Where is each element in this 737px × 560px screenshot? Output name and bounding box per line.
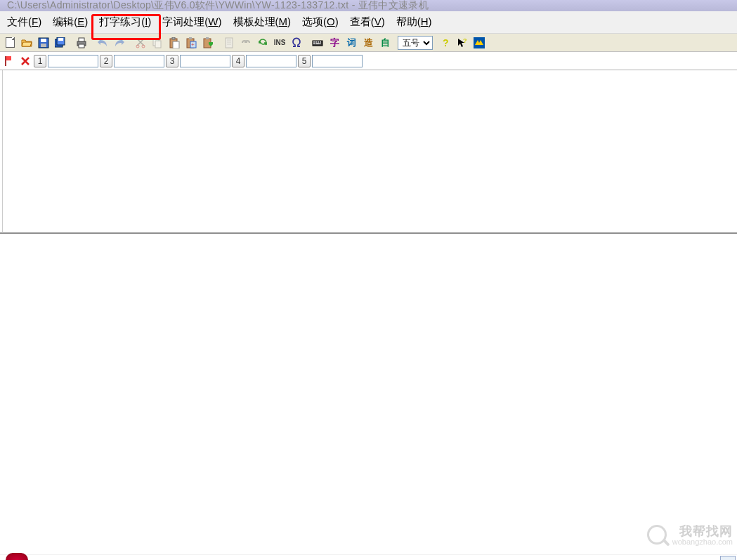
open-folder-icon xyxy=(21,37,32,48)
ins-text-icon: INS xyxy=(274,39,286,46)
candidate-2-badge[interactable]: 2 xyxy=(100,55,112,67)
copy-icon xyxy=(152,37,163,48)
svg-rect-29 xyxy=(318,41,319,43)
undo-button[interactable] xyxy=(94,35,111,51)
menu-options[interactable]: 选项(O) xyxy=(296,13,344,32)
candidate-4-input[interactable] xyxy=(246,55,296,67)
pointer-help-icon: ? xyxy=(457,37,468,48)
svg-rect-2 xyxy=(41,44,46,47)
taskbar-app-peek xyxy=(6,553,28,560)
svg-rect-32 xyxy=(315,43,320,44)
candidate-3-badge[interactable]: 3 xyxy=(166,55,178,67)
character-button[interactable]: 字 xyxy=(326,35,343,51)
svg-rect-38 xyxy=(5,56,6,66)
close-icon xyxy=(20,56,30,66)
scissors-icon xyxy=(135,37,146,48)
chain-link-icon xyxy=(240,37,252,48)
svg-rect-14 xyxy=(172,37,175,39)
svg-text:+: + xyxy=(191,41,195,48)
save-all-button[interactable] xyxy=(52,35,69,51)
svg-rect-31 xyxy=(313,43,315,44)
redo-button[interactable] xyxy=(111,35,128,51)
ci-icon: 词 xyxy=(347,37,356,49)
svg-rect-1 xyxy=(41,39,46,42)
candidate-2-input[interactable] xyxy=(114,55,164,67)
zao-icon: 造 xyxy=(364,37,373,49)
cut-button[interactable] xyxy=(132,35,149,51)
candidate-1-badge[interactable]: 1 xyxy=(34,55,46,67)
document-icon xyxy=(223,37,235,48)
svg-rect-22 xyxy=(226,38,233,48)
refresh-button[interactable] xyxy=(254,35,271,51)
save-button[interactable] xyxy=(35,35,52,51)
svg-rect-5 xyxy=(58,38,63,41)
candidate-5-badge[interactable]: 5 xyxy=(298,55,311,67)
paste-append-button[interactable] xyxy=(200,35,216,51)
candidate-1-input[interactable] xyxy=(48,55,98,67)
candidate-4-badge[interactable]: 4 xyxy=(232,55,244,67)
menu-typing-practice[interactable]: 打字练习(I) xyxy=(93,13,157,32)
menu-bar: 文件(F) 编辑(E) 打字练习(I) 字词处理(W) 模板处理(M) 选项(O… xyxy=(0,11,737,34)
word-button[interactable]: 词 xyxy=(343,35,360,51)
save-icon xyxy=(38,37,49,48)
insert-mode-button[interactable]: INS xyxy=(271,35,288,51)
keyboard-icon xyxy=(312,37,323,48)
candidate-3-input[interactable] xyxy=(180,55,230,67)
help-icon: ? xyxy=(440,37,451,48)
new-button[interactable] xyxy=(1,35,18,51)
zi-icon: 字 xyxy=(330,37,339,49)
save-all-icon xyxy=(55,37,66,48)
status-bar xyxy=(0,554,737,560)
upper-editor-pane[interactable] xyxy=(0,70,737,234)
svg-rect-17 xyxy=(189,37,192,39)
auto-button[interactable]: 自 xyxy=(377,35,393,51)
window-title-bar: C:\Users\Administrator\Desktop\亚伟V6.0软件\… xyxy=(0,0,737,11)
resize-grip[interactable] xyxy=(720,556,736,560)
svg-rect-21 xyxy=(206,37,209,39)
menu-word-processing[interactable]: 字词处理(W) xyxy=(157,13,227,32)
menu-view[interactable]: 查看(V) xyxy=(344,13,391,32)
font-size-select[interactable]: 五号 xyxy=(398,36,433,50)
upper-editor-area[interactable] xyxy=(2,70,737,232)
candidate-5-input[interactable] xyxy=(312,55,363,67)
svg-text:?: ? xyxy=(443,37,449,48)
menu-file[interactable]: 文件(F) xyxy=(1,13,47,32)
link-button[interactable] xyxy=(237,35,254,51)
app-logo-icon xyxy=(474,37,485,48)
new-file-icon xyxy=(6,37,15,48)
menu-help[interactable]: 帮助(H) xyxy=(391,13,438,32)
svg-rect-8 xyxy=(79,44,84,48)
candidate-input-row: 1 2 3 4 5 xyxy=(0,52,737,70)
paste-button[interactable] xyxy=(166,35,183,51)
paste-special-button[interactable]: + xyxy=(183,35,200,51)
about-button[interactable] xyxy=(471,35,488,51)
copy-button[interactable] xyxy=(149,35,166,51)
document-button[interactable] xyxy=(221,35,237,51)
create-word-button[interactable]: 造 xyxy=(360,35,377,51)
window-title: C:\Users\Administrator\Desktop\亚伟V6.0软件\… xyxy=(7,0,429,11)
input-mode-button[interactable] xyxy=(3,55,17,67)
undo-icon xyxy=(97,37,108,48)
svg-rect-15 xyxy=(173,41,179,48)
clipboard-icon xyxy=(169,37,180,48)
flag-icon xyxy=(4,56,16,67)
svg-rect-7 xyxy=(79,38,84,41)
svg-text:?: ? xyxy=(463,37,467,44)
menu-edit[interactable]: 编辑(E) xyxy=(47,13,93,32)
close-candidates-button[interactable] xyxy=(18,55,32,67)
menu-template-processing[interactable]: 模板处理(M) xyxy=(228,13,297,32)
clipboard-arrow-icon xyxy=(202,37,214,48)
symbol-button[interactable] xyxy=(288,35,305,51)
lower-editor-pane[interactable] xyxy=(0,234,737,550)
help-button[interactable]: ? xyxy=(437,35,454,51)
svg-rect-30 xyxy=(320,41,321,43)
open-button[interactable] xyxy=(18,35,35,51)
refresh-icon xyxy=(257,37,268,48)
clipboard-plus-icon: + xyxy=(185,37,197,48)
toolbar: + INS 字 词 造 xyxy=(0,34,737,52)
keyboard-button[interactable] xyxy=(309,35,326,51)
print-button[interactable] xyxy=(73,35,90,51)
whats-this-button[interactable]: ? xyxy=(454,35,471,51)
svg-rect-33 xyxy=(320,43,321,44)
svg-rect-27 xyxy=(313,41,315,43)
